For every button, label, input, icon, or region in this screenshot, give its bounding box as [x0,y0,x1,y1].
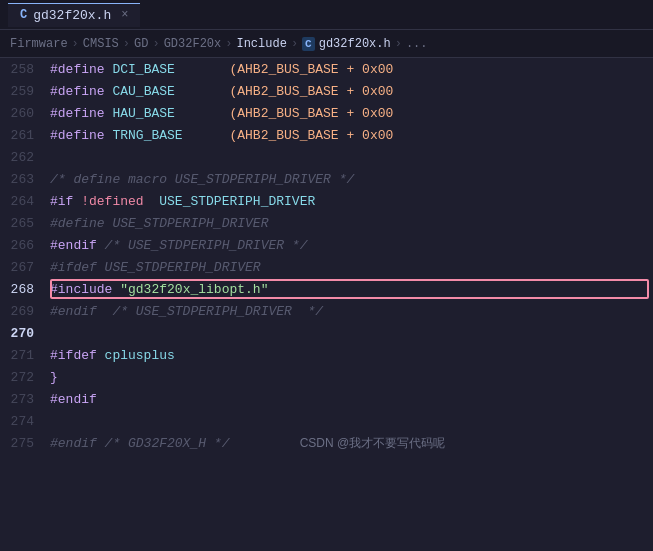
line-num-266: 266 [0,238,50,253]
line-num-269: 269 [0,304,50,319]
breadcrumb-firmware[interactable]: Firmware [10,37,68,51]
code-line-260: 260 #define HAU_BASE (AHB2_BUS_BASE + 0x… [0,102,653,124]
code-line-267: 267 #ifdef USE_STDPERIPH_DRIVER [0,256,653,278]
code-line-266: 266 #endif /* USE_STDPERIPH_DRIVER */ [0,234,653,256]
code-editor: 258 #define DCI_BASE (AHB2_BUS_BASE + 0x… [0,58,653,454]
line-num-272: 272 [0,370,50,385]
code-line-273: 273 #endif [0,388,653,410]
code-line-270: 270 [0,322,653,344]
line-content-260: #define HAU_BASE (AHB2_BUS_BASE + 0x00 [50,106,653,121]
breadcrumb-sep-6: › [395,37,402,51]
line-content-274 [50,414,653,429]
line-content-265: #define USE_STDPERIPH_DRIVER [50,216,653,231]
code-line-261: 261 #define TRNG_BASE (AHB2_BUS_BASE + 0… [0,124,653,146]
breadcrumb-gd32f20x[interactable]: GD32F20x [164,37,222,51]
line-content-258: #define DCI_BASE (AHB2_BUS_BASE + 0x00 [50,62,653,77]
line-content-261: #define TRNG_BASE (AHB2_BUS_BASE + 0x00 [50,128,653,143]
breadcrumb: Firmware › CMSIS › GD › GD32F20x › Inclu… [0,30,653,58]
title-bar: C gd32f20x.h × [0,0,653,30]
line-num-263: 263 [0,172,50,187]
code-line-262: 262 [0,146,653,168]
line-num-274: 274 [0,414,50,429]
tab-close-button[interactable]: × [121,8,128,22]
line-content-267: #ifdef USE_STDPERIPH_DRIVER [50,260,653,275]
code-line-264: 264 #if !defined USE_STDPERIPH_DRIVER [0,190,653,212]
line-content-262 [50,150,653,165]
line-num-271: 271 [0,348,50,363]
line-num-270: 270 [0,326,50,341]
breadcrumb-include[interactable]: Include [236,37,286,51]
breadcrumb-sep-1: › [72,37,79,51]
breadcrumb-filename[interactable]: gd32f20x.h [319,37,391,51]
line-content-273: #endif [50,392,653,407]
line-content-259: #define CAU_BASE (AHB2_BUS_BASE + 0x00 [50,84,653,99]
breadcrumb-sep-5: › [291,37,298,51]
breadcrumb-sep-2: › [123,37,130,51]
code-line-269: 269 #endif /* USE_STDPERIPH_DRIVER */ [0,300,653,322]
line-num-258: 258 [0,62,50,77]
line-num-261: 261 [0,128,50,143]
line-num-273: 273 [0,392,50,407]
line-content-263: /* define macro USE_STDPERIPH_DRIVER */ [50,172,653,187]
breadcrumb-c-file-icon: C [302,37,315,51]
code-line-265: 265 #define USE_STDPERIPH_DRIVER [0,212,653,234]
line-num-267: 267 [0,260,50,275]
code-line-271: 271 #ifdef cplusplus [0,344,653,366]
line-num-262: 262 [0,150,50,165]
breadcrumb-cmsis[interactable]: CMSIS [83,37,119,51]
line-content-266: #endif /* USE_STDPERIPH_DRIVER */ [50,238,653,253]
line-num-275: 275 [0,436,50,451]
line-content-269: #endif /* USE_STDPERIPH_DRIVER */ [50,304,653,319]
code-line-275: 275 #endif /* GD32F20X_H */ CSDN @我才不要写代… [0,432,653,454]
breadcrumb-sep-4: › [225,37,232,51]
line-content-268: #include "gd32f20x_libopt.h" [50,282,653,297]
breadcrumb-sep-3: › [152,37,159,51]
code-line-272: 272 } [0,366,653,388]
line-content-272: } [50,370,653,385]
breadcrumb-gd[interactable]: GD [134,37,148,51]
code-line-274: 274 [0,410,653,432]
line-content-275: #endif /* GD32F20X_H */ CSDN @我才不要写代码呢 [50,435,653,452]
breadcrumb-ellipsis: ... [406,37,428,51]
line-content-270 [50,326,653,341]
code-line-268: 268 #include "gd32f20x_libopt.h" [0,278,653,300]
line-content-271: #ifdef cplusplus [50,348,653,363]
watermark-text: CSDN @我才不要写代码呢 [300,436,446,450]
line-content-264: #if !defined USE_STDPERIPH_DRIVER [50,194,653,209]
line-num-260: 260 [0,106,50,121]
line-num-268: 268 [0,282,50,297]
line-num-259: 259 [0,84,50,99]
file-tab[interactable]: C gd32f20x.h × [8,3,140,27]
tab-label: gd32f20x.h [33,8,111,23]
code-line-259: 259 #define CAU_BASE (AHB2_BUS_BASE + 0x… [0,80,653,102]
tab-c-icon: C [20,8,27,22]
line-num-265: 265 [0,216,50,231]
code-line-263: 263 /* define macro USE_STDPERIPH_DRIVER… [0,168,653,190]
code-line-258: 258 #define DCI_BASE (AHB2_BUS_BASE + 0x… [0,58,653,80]
line-num-264: 264 [0,194,50,209]
